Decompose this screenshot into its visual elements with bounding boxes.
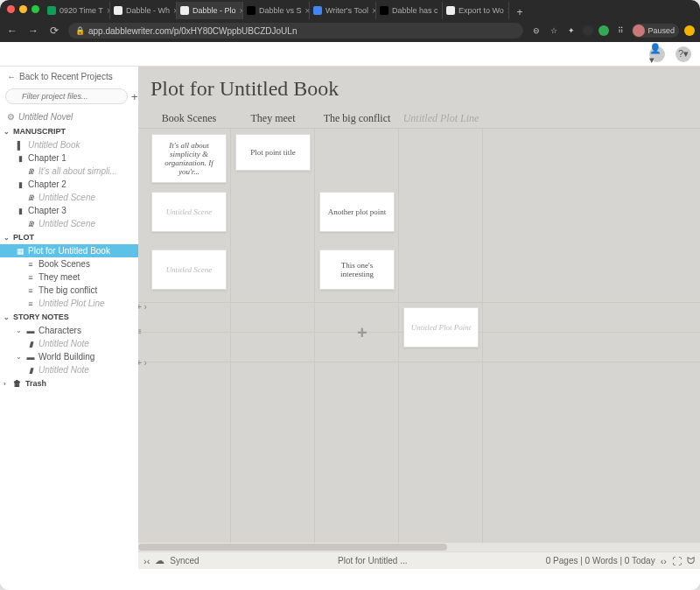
- chapter-node[interactable]: ▮Chapter 2: [0, 178, 138, 191]
- maximize-window-icon[interactable]: [32, 5, 39, 13]
- tab-favicon: [114, 6, 122, 15]
- plot-card[interactable]: Untitled Plot Point: [403, 307, 479, 348]
- plot-line-node[interactable]: ≡The big conflict: [0, 284, 138, 297]
- plot-line-node[interactable]: ≡They meet: [0, 270, 138, 284]
- back-label: Back to Recent Projects: [19, 72, 113, 81]
- plot-card[interactable]: This one's interesting: [319, 249, 395, 290]
- sync-status: Synced: [170, 556, 199, 565]
- row-handle[interactable]: ≡: [138, 327, 149, 336]
- plot-card[interactable]: Untitled Scene: [151, 249, 227, 290]
- ext-icon[interactable]: [684, 25, 695, 36]
- minimize-window-icon[interactable]: [19, 5, 27, 13]
- row-handle[interactable]: + ›: [138, 302, 149, 312]
- col-header[interactable]: Book Scenes: [147, 112, 231, 125]
- ext-icon[interactable]: [583, 25, 593, 36]
- cloud-icon: ☁: [155, 555, 164, 566]
- chevron-down-icon: ⌄: [16, 327, 23, 334]
- tab-6[interactable]: Export to Wo×: [443, 2, 509, 19]
- plot-card[interactable]: Plot point title: [235, 134, 311, 171]
- lines-icon: ≡: [26, 260, 35, 269]
- tab-4[interactable]: Writer's Tool×: [310, 2, 376, 19]
- tab-favicon: [380, 6, 388, 15]
- ext-icon[interactable]: [598, 25, 609, 36]
- tab-label: Dabble - Wh: [126, 6, 170, 15]
- folder-node[interactable]: ⌄▬Characters: [0, 324, 138, 337]
- row-handle[interactable]: + ›: [138, 358, 149, 368]
- reload-button[interactable]: ⟳: [47, 24, 61, 38]
- chevron-down-icon: ⌄: [16, 353, 23, 361]
- plot-node-selected[interactable]: ▦Plot for Untitled Book: [0, 244, 138, 257]
- tab-favicon: [47, 6, 56, 15]
- ext-icon[interactable]: ⠿: [614, 25, 626, 37]
- window-controls: [7, 5, 39, 13]
- note-node[interactable]: ▮Untitled Note: [0, 363, 138, 376]
- tab-0[interactable]: 0920 Time T×: [44, 2, 110, 19]
- plot-columns-header: Book Scenes They meet The big conflict U…: [138, 109, 700, 129]
- new-tab-button[interactable]: +: [513, 5, 527, 19]
- tab-label: Export to Wo: [458, 6, 504, 15]
- hide-icon[interactable]: ᗢ: [687, 555, 695, 566]
- expand-icon[interactable]: ‹›: [661, 556, 667, 566]
- tab-favicon: [313, 6, 322, 15]
- account-icon[interactable]: 👤▾: [649, 46, 665, 62]
- section-trash[interactable]: ›🗑Trash: [0, 376, 138, 390]
- address-bar: ← → ⟳ 🔒 app.dabblewriter.com/p/0xHY80CWp…: [0, 19, 700, 42]
- col-header[interactable]: The big conflict: [315, 112, 399, 125]
- star-icon[interactable]: ☆: [548, 25, 560, 37]
- chapter-node[interactable]: ▮Chapter 3: [0, 204, 138, 217]
- section-manuscript[interactable]: ⌄MANUSCRIPT: [0, 124, 138, 138]
- tab-3[interactable]: Dabble vs S×: [243, 2, 310, 19]
- app-header: 👤▾ ?▾: [0, 42, 700, 67]
- folder-icon: ▬: [26, 353, 35, 362]
- chevron-down-icon: ⌄: [4, 313, 10, 321]
- tab-label: Writer's Tool: [326, 6, 368, 15]
- folder-node[interactable]: ⌄▬World Building: [0, 350, 138, 363]
- chapter-node[interactable]: ▮Chapter 1: [0, 151, 138, 165]
- lines-icon: ≡: [26, 286, 35, 295]
- page-icon: 🗎: [26, 167, 35, 176]
- collapse-icon[interactable]: ›‹: [144, 556, 150, 566]
- filter-input[interactable]: [5, 88, 128, 104]
- scene-node[interactable]: 🗎Untitled Scene: [0, 191, 138, 204]
- col-header[interactable]: They meet: [231, 112, 315, 125]
- chevron-left-icon: ←: [7, 72, 16, 81]
- scene-node[interactable]: 🗎Untitled Scene: [0, 217, 138, 230]
- tab-2[interactable]: Dabble - Plo×: [177, 2, 243, 19]
- plot-grid[interactable]: + › ≡ + › It's all about simplicity & or…: [138, 129, 700, 543]
- fullscreen-icon[interactable]: ⛶: [672, 556, 682, 566]
- add-card-button[interactable]: +: [357, 323, 368, 343]
- lock-icon: 🔒: [75, 26, 85, 35]
- plot-card[interactable]: It's all about simplicity & organization…: [151, 134, 227, 183]
- horizontal-scrollbar[interactable]: [138, 543, 700, 551]
- plot-line-node[interactable]: ≡Untitled Plot Line: [0, 297, 138, 310]
- profile-paused[interactable]: Paused: [632, 24, 679, 38]
- tab-1[interactable]: Dabble - Wh×: [110, 2, 177, 19]
- plot-card[interactable]: Untitled Scene: [151, 192, 227, 232]
- url-field[interactable]: 🔒 app.dabblewriter.com/p/0xHY80CWppbUBCZ…: [68, 23, 523, 39]
- grid-icon: ▦: [16, 247, 24, 256]
- note-icon: ▮: [26, 340, 35, 348]
- project-row[interactable]: ⚙ Untitled Novel: [0, 109, 138, 124]
- add-file-button[interactable]: +: [131, 89, 138, 103]
- ext-icon[interactable]: ⊖: [530, 25, 542, 37]
- status-title: Plot for Untitled ...: [205, 556, 541, 565]
- scrollbar-thumb[interactable]: [138, 544, 447, 551]
- note-node[interactable]: ▮Untitled Note: [0, 337, 138, 350]
- scene-node[interactable]: 🗎It's all about simpli...: [0, 165, 138, 178]
- ext-icon[interactable]: ✦: [565, 25, 578, 37]
- back-to-projects[interactable]: ← Back to Recent Projects: [0, 67, 138, 87]
- col-header[interactable]: Untitled Plot Line: [399, 112, 483, 125]
- url-text: app.dabblewriter.com/p/0xHY80CWppbUBCZDJ…: [88, 26, 297, 36]
- plot-card[interactable]: Another plot point: [319, 192, 395, 232]
- forward-button[interactable]: →: [26, 24, 40, 38]
- help-icon[interactable]: ?▾: [676, 46, 691, 62]
- close-tab-icon[interactable]: ×: [508, 6, 509, 16]
- back-button[interactable]: ←: [5, 24, 19, 38]
- book-node[interactable]: ▌Untitled Book: [0, 138, 138, 151]
- plot-line-node[interactable]: ≡Book Scenes: [0, 257, 138, 270]
- tab-5[interactable]: Dabble has c×: [376, 2, 443, 19]
- tab-label: 0920 Time T: [60, 6, 103, 15]
- close-window-icon[interactable]: [7, 5, 15, 13]
- section-storynotes[interactable]: ⌄STORY NOTES: [0, 310, 138, 324]
- section-plot[interactable]: ⌄PLOT: [0, 230, 138, 244]
